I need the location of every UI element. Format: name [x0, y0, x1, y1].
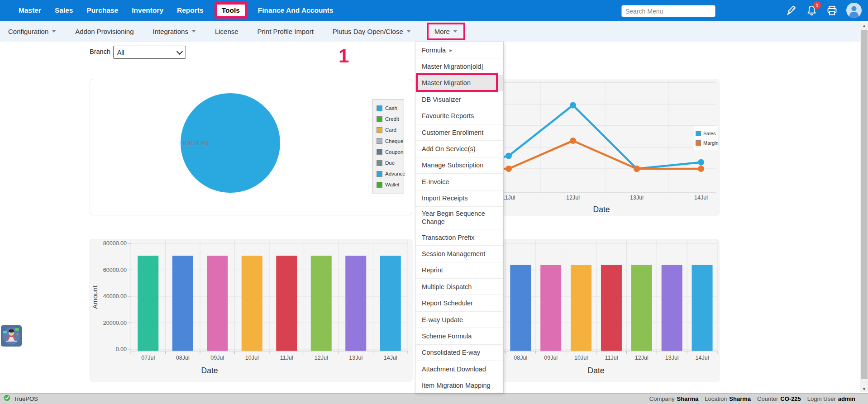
menu-item-label: Item Migration Mapping	[422, 382, 491, 389]
legend-swatch-wallet	[377, 182, 382, 188]
menu-item-customer-enrollment[interactable]: Customer Enrollment	[415, 124, 503, 141]
menu-item-year-begin-sequence-change[interactable]: Year Begin Sequence Change	[415, 207, 503, 229]
app-name: TruePOS	[14, 395, 38, 402]
y-axis-title: Amount	[91, 285, 99, 309]
subnav-item-license[interactable]: License	[205, 28, 248, 35]
bar-12jul	[311, 256, 332, 351]
support-chat-avatar[interactable]	[1, 325, 22, 347]
legend-label: Wallet	[385, 182, 400, 187]
x-tick-label: 07Jul	[141, 355, 155, 361]
bar-10jul	[242, 256, 262, 351]
legend-swatch-credit	[377, 116, 382, 122]
menu-item-report-scheduler[interactable]: Report Scheduler	[415, 295, 503, 311]
todays-sales-panel: 100.00% CashCreditCardChequeCouponDueAdv…	[90, 79, 412, 215]
scrollbar-thumb[interactable]	[861, 30, 868, 379]
user-avatar[interactable]	[846, 2, 862, 19]
scroll-up-arrow[interactable]: ▲	[860, 23, 868, 29]
menu-item-db-visualizer[interactable]: DB Visualizer	[415, 91, 503, 108]
menu-item-import-receipts[interactable]: Import Receipts	[415, 190, 503, 207]
chevron-down-icon	[406, 30, 411, 33]
menu-item-formula[interactable]: Formula▸	[415, 42, 503, 58]
nav-item-reports[interactable]: Reports	[170, 6, 210, 14]
legend-swatch-advance	[377, 171, 382, 177]
legend-label: Coupon	[385, 149, 403, 155]
subnav-item-configuration[interactable]: Configuration	[0, 28, 66, 35]
vertical-scrollbar[interactable]: ▲ ▼	[860, 23, 868, 392]
nav-item-purchase[interactable]: Purchase	[80, 6, 125, 14]
notification-badge: 1	[813, 1, 821, 9]
status-field-value: Sharma	[729, 395, 751, 402]
nav-item-finance-and-accounts[interactable]: Finance And Accounts	[251, 6, 340, 14]
menu-item-label: Attachment Download	[422, 366, 486, 373]
x-axis-title: Date	[593, 205, 610, 214]
menu-item-label: Import Receipts	[422, 195, 468, 202]
branch-label: Branch	[90, 48, 110, 55]
menu-item-master-migration-old[interactable]: Master Migration[old]	[415, 58, 503, 75]
x-axis-title: Date	[201, 366, 218, 375]
y-tick-label: 60000.00	[103, 267, 127, 273]
menu-item-attachment-download[interactable]: Attachment Download	[415, 361, 503, 377]
bar-09jul	[207, 256, 228, 351]
menu-item-label: Year Begin Sequence Change	[422, 209, 500, 226]
x-tick-label: 08Jul	[176, 355, 190, 361]
menu-item-manage-subscription[interactable]: Manage Subscription	[415, 157, 503, 174]
x-tick-label: 14Jul	[696, 355, 709, 361]
status-field-location: LocationSharma	[705, 395, 751, 402]
menu-item-session-management[interactable]: Session Management	[415, 246, 503, 262]
status-field-label: Counter	[757, 395, 778, 402]
subnav-item-plutus-day-open-close[interactable]: Plutus Day Open/Close	[323, 28, 420, 35]
menu-item-item-migration-mapping[interactable]: Item Migration Mapping	[415, 377, 503, 393]
subnav-item-integrations[interactable]: Integrations	[143, 28, 205, 35]
nav-item-inventory[interactable]: Inventory	[125, 6, 170, 14]
branch-select[interactable]: All	[113, 46, 186, 59]
subnav-item-label: Plutus Day Open/Close	[333, 28, 403, 35]
legend-label: Due	[385, 160, 395, 166]
legend-swatch-coupon	[377, 149, 382, 155]
nav-item-master[interactable]: Master	[12, 6, 48, 14]
menu-item-favourite-reports[interactable]: Favourite Reports	[415, 108, 503, 124]
menu-item-master-migration[interactable]: Master Migration	[415, 75, 503, 91]
menu-item-reprint[interactable]: Reprint	[415, 262, 503, 279]
menu-item-add-on-service-s[interactable]: Add On Service(s)	[415, 141, 503, 157]
subnav-item-print-profile-import[interactable]: Print Profile Import	[248, 28, 323, 35]
print-icon[interactable]	[825, 4, 838, 17]
x-tick-label: 12Jul	[566, 195, 580, 201]
scroll-down-arrow[interactable]: ▼	[860, 386, 868, 392]
data-point-sales-11jul	[506, 152, 512, 159]
search-input[interactable]	[621, 5, 715, 17]
data-point-sales-12jul	[570, 102, 576, 109]
menu-item-label: Add On Service(s)	[422, 145, 475, 152]
submenu-arrow-icon: ▸	[449, 47, 452, 53]
menu-item-scheme-formula[interactable]: Scheme Formula	[415, 328, 503, 344]
bar-11jul	[601, 265, 622, 351]
subnav-item-label: Print Profile Import	[258, 28, 314, 35]
branch-select-value: All	[117, 49, 124, 56]
menu-item-transaction-prefix[interactable]: Transaction Prefix	[415, 229, 503, 246]
pie-legend-item-coupon: Coupon	[377, 147, 404, 157]
more-dropdown-menu: Formula▸Master Migration[old]Master Migr…	[415, 42, 504, 393]
bar-14jul	[692, 265, 713, 351]
y-tick-label: 80000.00	[103, 240, 127, 247]
status-field-value: admin	[838, 395, 855, 402]
notifications-bell-icon[interactable]: 1	[805, 4, 818, 17]
line-legend-item-sales: Sales	[696, 128, 719, 138]
menu-item-e-invoice[interactable]: E-Invoice	[415, 174, 503, 190]
theme-brush-icon[interactable]	[785, 4, 797, 17]
nav-item-tools[interactable]: Tools	[215, 2, 247, 19]
menu-item-label: Consolidated E-way	[422, 349, 480, 356]
bar-11jul	[276, 256, 297, 351]
x-axis-title: Date	[588, 366, 605, 375]
menu-item-label: Transaction Prefix	[422, 234, 474, 241]
subnav-item-more[interactable]: More	[427, 23, 465, 40]
top-icon-group: 1	[785, 0, 862, 21]
nav-item-sales[interactable]: Sales	[48, 6, 80, 14]
receivable-bar-chart: 80000.0060000.0040000.0020000.000.0007Ju…	[90, 239, 413, 382]
menu-item-multiple-dispatch[interactable]: Multiple Dispatch	[415, 279, 503, 295]
menu-item-label: Report Scheduler	[422, 299, 473, 307]
menu-item-e-way-update[interactable]: E-way Update	[415, 312, 503, 328]
x-tick-label: 09Jul	[210, 355, 224, 361]
subnav-item-addon-provisioning[interactable]: Addon Provisioning	[66, 28, 143, 35]
menu-item-consolidated-e-way[interactable]: Consolidated E-way	[415, 345, 503, 361]
legend-swatch-margin	[696, 140, 701, 146]
bar-10jul	[571, 265, 591, 351]
